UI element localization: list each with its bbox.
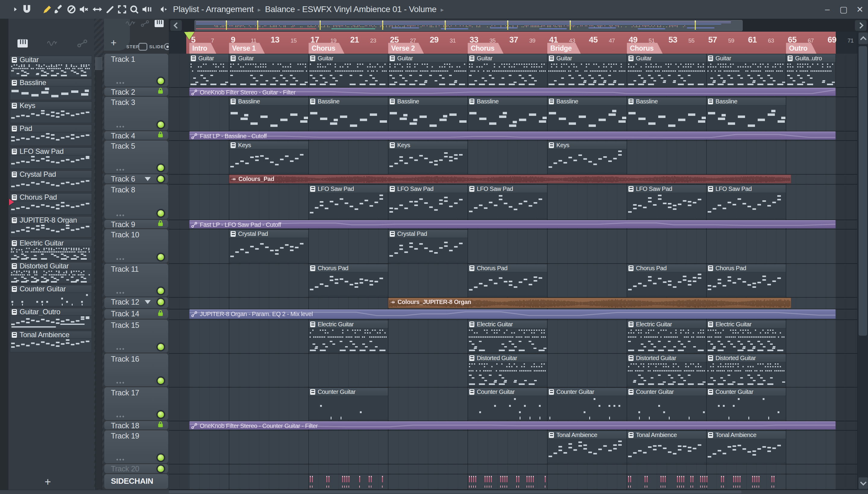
- pattern-clip-crystal-pad[interactable]: Crystal Pad: [229, 229, 309, 263]
- picker-scrollbar-handle[interactable]: [95, 57, 102, 70]
- mute-icon[interactable]: [79, 4, 89, 15]
- track-enable-led[interactable]: [158, 288, 164, 294]
- scroll-left-button[interactable]: [170, 20, 182, 31]
- clip-area[interactable]: GuitarGuitarGuitarGuitarGuitarGuitarGuit…: [169, 54, 857, 490]
- navigator-strip[interactable]: [194, 20, 743, 31]
- pattern-preview[interactable]: [10, 109, 92, 123]
- track-header-track-11[interactable]: Track 11: [104, 264, 168, 297]
- pattern-preview[interactable]: [10, 201, 92, 215]
- pattern-clip-guita-utro[interactable]: Guita..utro: [786, 54, 836, 87]
- pattern-clip-counter-guitar[interactable]: Counter Guitar: [547, 387, 627, 420]
- track-header-track-12[interactable]: Track 12: [104, 297, 168, 308]
- scroll-up-button[interactable]: [859, 32, 868, 44]
- pattern-clip-electric-guitar[interactable]: Electric Guitar: [707, 320, 786, 353]
- pattern-item-distorted-guitar[interactable]: Distorted Guitar: [10, 262, 92, 270]
- pattern-clip-chorus-pad[interactable]: Chorus Pad: [627, 264, 707, 297]
- track-header-track-3[interactable]: Track 3: [104, 97, 168, 130]
- track-header-track-15[interactable]: Track 15: [104, 320, 168, 353]
- pattern-clip-bassline[interactable]: Bassline: [229, 97, 309, 130]
- audio-clip-colours-pad[interactable]: ↠Colours_Pad: [229, 175, 791, 183]
- pattern-item-electric-guitar[interactable]: Electric Guitar: [10, 239, 92, 247]
- pattern-clip-chorus-pad[interactable]: Chorus Pad: [707, 264, 786, 297]
- pattern-clip-distorted-guitar[interactable]: Distorted Guitar: [468, 354, 547, 386]
- pattern-clip-bassline[interactable]: Bassline: [468, 97, 547, 130]
- track-enable-led[interactable]: [158, 299, 164, 305]
- track-header-track-5[interactable]: Track 5: [104, 140, 168, 173]
- paint-icon[interactable]: [53, 4, 63, 15]
- automation-clip-fast-lp-bassline-cutoff[interactable]: Fast LP - Bassline - Cutoff: [189, 132, 836, 140]
- track-enable-led[interactable]: [158, 121, 164, 128]
- pattern-clip-bassline[interactable]: Bassline: [547, 97, 627, 130]
- track-enable-led[interactable]: [158, 455, 164, 461]
- track-lock-icon[interactable]: [158, 220, 163, 228]
- track-header-track-14[interactable]: Track 14: [104, 309, 168, 319]
- track-header-track-10[interactable]: Track 10: [104, 229, 168, 263]
- pattern-item-tonal-ambience[interactable]: Tonal Ambience: [10, 331, 92, 339]
- track-enable-led[interactable]: [158, 411, 164, 418]
- piano-mode-icon[interactable]: [155, 20, 165, 29]
- pattern-preview[interactable]: [10, 338, 92, 352]
- pattern-clip-tonal-ambience[interactable]: Tonal Ambience: [627, 431, 707, 463]
- maximize-button[interactable]: ▢: [839, 4, 849, 15]
- pattern-clip-guitar[interactable]: Guitar: [388, 54, 468, 87]
- magnet-icon[interactable]: [22, 4, 32, 15]
- track-enable-led[interactable]: [158, 78, 164, 84]
- vertical-scrollbar[interactable]: [857, 32, 868, 490]
- link-mode-icon[interactable]: [141, 20, 151, 29]
- track-enable-led[interactable]: [158, 254, 164, 260]
- pattern-clip-electric-guitar[interactable]: Electric Guitar: [309, 320, 388, 353]
- sidechain-clip[interactable]: [309, 474, 388, 489]
- tab-automation[interactable]: [77, 39, 87, 48]
- pattern-clip-distorted-guitar[interactable]: Distorted Guitar: [627, 354, 707, 386]
- sidechain-clip[interactable]: [468, 474, 547, 489]
- draw-icon[interactable]: [42, 4, 53, 15]
- pattern-item-guitar[interactable]: Guitar: [10, 56, 92, 64]
- track-enable-led[interactable]: [158, 210, 164, 216]
- track-header-track-4[interactable]: Track 4: [104, 131, 168, 140]
- automation-clip-fast-lp-lfo-saw-pad-cutoff[interactable]: Fast LP - LFO Saw Pad - Cutoff: [189, 220, 836, 228]
- track-header-track-6[interactable]: Track 6: [104, 174, 168, 183]
- breadcrumb-view[interactable]: Playlist - Arrangement: [173, 4, 254, 14]
- pattern-preview[interactable]: [10, 224, 92, 238]
- slice-icon[interactable]: [105, 4, 115, 15]
- track-header-track-20[interactable]: Track 20: [104, 464, 168, 473]
- pattern-clip-bassline[interactable]: Bassline: [388, 97, 468, 130]
- pattern-item-chorus-pad[interactable]: Chorus Pad: [10, 193, 92, 201]
- pattern-clip-bassline[interactable]: Bassline: [627, 97, 707, 130]
- pattern-clip-chorus-pad[interactable]: Chorus Pad: [468, 264, 547, 297]
- pattern-clip-guitar[interactable]: Guitar: [309, 54, 388, 87]
- picker-scrollbar[interactable]: [95, 57, 102, 489]
- pattern-clip-counter-guitar[interactable]: Counter Guitar: [707, 387, 786, 420]
- pattern-clip-guitar[interactable]: Guitar: [547, 54, 627, 87]
- pattern-preview[interactable]: [10, 247, 92, 261]
- pattern-clip-lfo-saw-pad[interactable]: LFO Saw Pad: [707, 185, 786, 219]
- minimize-button[interactable]: –: [822, 4, 832, 14]
- track-lock-icon[interactable]: [158, 87, 163, 95]
- add-track-button[interactable]: +: [111, 37, 117, 49]
- automation-clip-oneknob-filter-stereo-guitar-filter[interactable]: OneKnob Filter Stereo - Guitar - Filter: [189, 88, 836, 96]
- track-lock-icon[interactable]: [158, 309, 163, 318]
- pattern-clip-keys[interactable]: Keys: [547, 141, 627, 173]
- scroll-right-button[interactable]: [855, 20, 867, 31]
- pattern-preview[interactable]: [10, 155, 92, 169]
- pattern-clip-distorted-guitar[interactable]: Distorted Guitar: [707, 354, 786, 386]
- track-header-sidechain[interactable]: SIDECHAIN: [104, 474, 168, 489]
- track-header-track-19[interactable]: Track 19: [104, 430, 168, 463]
- timeline-ruler[interactable]: IntroVerse 1ChorusVerse 2ChorusBridgeCho…: [169, 32, 857, 54]
- pattern-item-jupiter-8-organ[interactable]: JUPITER-8 Organ: [10, 216, 92, 224]
- pattern-clip-bassline[interactable]: Bassline: [309, 97, 388, 130]
- playback-icon[interactable]: [142, 4, 152, 15]
- add-pattern-button[interactable]: +: [45, 476, 51, 488]
- pattern-clip-counter-guitar[interactable]: Counter Guitar: [309, 387, 388, 420]
- select-icon[interactable]: [117, 4, 127, 15]
- track-header-track-8[interactable]: Track 8: [104, 184, 168, 219]
- pattern-clip-lfo-saw-pad[interactable]: LFO Saw Pad: [468, 185, 547, 219]
- track-header-track-16[interactable]: Track 16: [104, 354, 168, 386]
- pattern-clip-keys[interactable]: Keys: [388, 141, 468, 173]
- pattern-clip-guitar[interactable]: Guitar: [468, 54, 547, 87]
- pattern-preview[interactable]: [10, 292, 92, 306]
- sidechain-clip[interactable]: [627, 474, 786, 489]
- track-collapse-arrow-icon[interactable]: [145, 177, 151, 181]
- pattern-clip-lfo-saw-pad[interactable]: LFO Saw Pad: [627, 185, 707, 219]
- track-enable-led[interactable]: [158, 378, 164, 384]
